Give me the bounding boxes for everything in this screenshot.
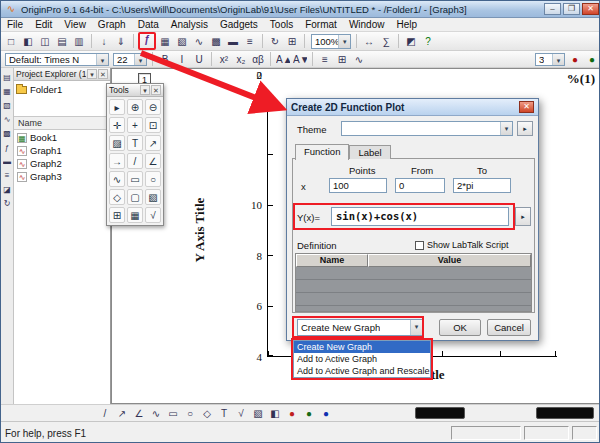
- print-preview-icon[interactable]: ▥: [71, 33, 87, 49]
- red-color-icon[interactable]: ●: [284, 405, 300, 421]
- theme-flyout-button[interactable]: ▸: [517, 121, 533, 136]
- menu-item-tools[interactable]: Tools: [264, 18, 299, 32]
- chevron-down-icon[interactable]: ▾: [134, 54, 146, 65]
- duplicate-icon[interactable]: ⊞: [284, 33, 300, 49]
- italic-icon[interactable]: I: [174, 52, 190, 66]
- plot-style-icon[interactable]: ∿: [351, 52, 367, 66]
- refresh-icon[interactable]: ↻: [267, 33, 283, 49]
- add-layer-icon[interactable]: ⊞: [334, 52, 350, 66]
- close-icon[interactable]: ✕: [98, 69, 108, 79]
- draw-equation-icon[interactable]: √: [233, 405, 249, 421]
- tools-palette-header[interactable]: Tools ▾ ✕: [107, 84, 163, 97]
- align-left-icon[interactable]: ≡: [317, 52, 333, 66]
- insert-image-icon[interactable]: ▧: [250, 405, 266, 421]
- bold-icon[interactable]: B: [157, 52, 173, 66]
- list-item-graph1[interactable]: ∿ Graph1: [14, 144, 110, 157]
- menu-item-graph[interactable]: Graph: [92, 18, 132, 32]
- new-layout-icon[interactable]: ▬: [225, 33, 241, 49]
- polygon-tool-icon[interactable]: ◇: [109, 189, 125, 205]
- new-function-plot-icon[interactable]: ƒ: [138, 32, 156, 50]
- polyline-tool-icon[interactable]: ∠: [145, 153, 161, 169]
- zoom-in-icon[interactable]: ⊕: [127, 99, 143, 115]
- menu-item-gadgets[interactable]: Gadgets: [214, 18, 264, 32]
- subscript-icon[interactable]: x₂: [233, 52, 249, 66]
- print-icon[interactable]: ▤: [54, 33, 70, 49]
- worksheet-template-icon[interactable]: ▦: [2, 85, 13, 97]
- mask-tool-icon[interactable]: ▨: [109, 135, 125, 151]
- graph-mode-combo[interactable]: Create New Graph ▾: [297, 319, 423, 336]
- excel-template-icon[interactable]: ▧: [2, 99, 13, 111]
- fill-color-icon[interactable]: ●: [584, 52, 600, 66]
- tab-function[interactable]: Function: [295, 144, 349, 160]
- circle-tool-icon[interactable]: ○: [145, 171, 161, 187]
- list-item-graph3[interactable]: ∿ Graph3: [14, 170, 110, 183]
- help-icon[interactable]: ?: [420, 33, 436, 49]
- draw-text-icon[interactable]: T: [216, 405, 232, 421]
- new-matrix-icon[interactable]: ▩: [208, 33, 224, 49]
- ok-button[interactable]: OK: [439, 319, 481, 336]
- curved-arrow-tool-icon[interactable]: →: [109, 153, 125, 169]
- greek-icon[interactable]: αβ: [250, 52, 266, 66]
- zoom-combo[interactable]: 100% ▾: [311, 34, 351, 49]
- chevron-down-icon[interactable]: ▾: [96, 54, 108, 65]
- insert-graph-tool-icon[interactable]: ▦: [127, 207, 143, 223]
- line-color-icon[interactable]: ●: [567, 52, 583, 66]
- draw-rectangle-icon[interactable]: ▭: [165, 405, 181, 421]
- new-worksheet-icon[interactable]: ▦: [157, 33, 173, 49]
- folder-view-icon[interactable]: ◪: [2, 183, 13, 195]
- layout-template-icon[interactable]: ▬: [2, 155, 13, 167]
- draw-polygon-icon[interactable]: ◇: [199, 405, 215, 421]
- script-window-icon[interactable]: ∑: [378, 33, 394, 49]
- chevron-down-icon[interactable]: ▾: [410, 320, 422, 335]
- graph-template-icon[interactable]: ∿: [2, 113, 13, 125]
- data-reader-icon[interactable]: +: [127, 117, 143, 133]
- fill-pattern-icon[interactable]: ◧: [267, 405, 283, 421]
- arrow-tool-icon[interactable]: ↗: [145, 135, 161, 151]
- function-flyout-button[interactable]: ▸: [515, 207, 531, 226]
- menu-item-help[interactable]: Help: [390, 18, 423, 32]
- list-item-book1[interactable]: ▦ Book1: [14, 131, 110, 144]
- chevron-down-icon[interactable]: ▾: [140, 85, 150, 95]
- draw-line-icon[interactable]: /: [97, 405, 113, 421]
- option-add-to-active-graph[interactable]: Add to Active Graph: [294, 353, 430, 365]
- superscript-icon[interactable]: x²: [216, 52, 232, 66]
- matrix-template-icon[interactable]: ▩: [2, 127, 13, 139]
- fill-area-tool-icon[interactable]: ▧: [145, 189, 161, 205]
- draw-polyline-icon[interactable]: ∠: [131, 405, 147, 421]
- region-tool-icon[interactable]: ▢: [127, 189, 143, 205]
- blue-color-icon[interactable]: ●: [318, 405, 334, 421]
- decrease-font-icon[interactable]: A▼: [292, 52, 308, 66]
- option-create-new-graph[interactable]: Create New Graph: [294, 341, 430, 353]
- open-project-icon[interactable]: ◧: [20, 33, 36, 49]
- pointer-icon[interactable]: ▸: [109, 99, 125, 115]
- value-header[interactable]: Value: [368, 254, 531, 267]
- option-add-to-active-graph-and-rescale[interactable]: Add to Active Graph and Rescale: [294, 365, 430, 377]
- notes-template-icon[interactable]: ≡: [2, 169, 13, 181]
- list-item-graph2[interactable]: ∿ Graph2: [14, 157, 110, 170]
- underline-icon[interactable]: U: [191, 52, 207, 66]
- import-file-icon[interactable]: ⇓: [113, 33, 129, 49]
- theme-combo[interactable]: ▾: [341, 121, 513, 136]
- new-layer-tool-icon[interactable]: ⊞: [109, 207, 125, 223]
- minimize-button[interactable]: –: [544, 3, 561, 15]
- chevron-down-icon[interactable]: ▾: [552, 54, 564, 65]
- close-icon[interactable]: ✕: [151, 85, 161, 95]
- name-column-header[interactable]: Name: [14, 117, 110, 130]
- save-project-icon[interactable]: ◫: [37, 33, 53, 49]
- menu-item-edit[interactable]: Edit: [29, 18, 58, 32]
- color-palette-icon[interactable]: ◩: [403, 33, 419, 49]
- green-color-icon[interactable]: ●: [301, 405, 317, 421]
- draw-curve-icon[interactable]: ∿: [148, 405, 164, 421]
- function-template-icon[interactable]: ƒ: [2, 141, 13, 153]
- folder-node[interactable]: Folder1: [16, 84, 108, 95]
- show-labtalk-checkbox[interactable]: [415, 241, 424, 250]
- menu-item-view[interactable]: View: [58, 18, 92, 32]
- new-project-icon[interactable]: □: [3, 33, 19, 49]
- rectangle-tool-icon[interactable]: ▭: [127, 171, 143, 187]
- screen-reader-icon[interactable]: ✛: [109, 117, 125, 133]
- data-selector-icon[interactable]: ⊡: [145, 117, 161, 133]
- line-tool-icon[interactable]: /: [127, 153, 143, 169]
- from-input[interactable]: 0: [395, 178, 445, 193]
- border-color-swatch[interactable]: [536, 407, 594, 419]
- text-tool-icon[interactable]: T: [127, 135, 143, 151]
